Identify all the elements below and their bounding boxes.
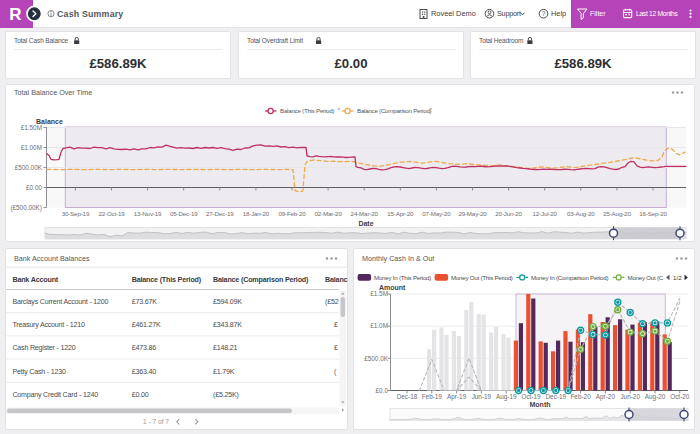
svg-text:(£52: (£52: [325, 298, 339, 306]
svg-text:£148.21: £148.21: [213, 344, 237, 352]
svg-text:22-Oct-19: 22-Oct-19: [98, 210, 125, 217]
svg-text:Oct-19: Oct-19: [521, 393, 541, 400]
svg-text:Balance (Comparison Period): Balance (Comparison Period): [357, 107, 432, 114]
svg-text:1/2: 1/2: [673, 274, 682, 281]
svg-text:Balance (Comparison Period): Balance (Comparison Period): [213, 275, 309, 284]
svg-text:Oct-20: Oct-20: [670, 393, 690, 400]
svg-text:£343.87K: £343.87K: [213, 321, 242, 329]
svg-text:£73.67K: £73.67K: [132, 298, 157, 306]
svg-text:Apr-20: Apr-20: [596, 393, 616, 401]
svg-text:Aug-19: Aug-19: [496, 393, 517, 401]
svg-text:Money Out (C: Money Out (C: [628, 274, 664, 281]
svg-text:Total Cash Balance: Total Cash Balance: [14, 37, 69, 44]
svg-text:15-Apr-20: 15-Apr-20: [387, 210, 414, 217]
svg-text:Roveel Demo: Roveel Demo: [431, 9, 476, 18]
svg-text:£1.79K: £1.79K: [213, 368, 235, 376]
svg-text:Bank Account: Bank Account: [12, 275, 58, 284]
svg-text:09-Feb-20: 09-Feb-20: [278, 210, 306, 217]
svg-text:£461.27K: £461.27K: [132, 321, 161, 329]
svg-text:Total Overdraft Limit: Total Overdraft Limit: [247, 37, 303, 44]
svg-text:Date: Date: [358, 220, 373, 227]
svg-text:16-Sep-20: 16-Sep-20: [639, 210, 667, 217]
svg-text:Balance (This Period): Balance (This Period): [132, 275, 202, 284]
svg-text:£0.00: £0.00: [334, 56, 367, 71]
svg-text:R: R: [9, 5, 21, 24]
svg-text:02-Mar-20: 02-Mar-20: [314, 210, 342, 217]
svg-text:Amount: Amount: [379, 284, 406, 291]
svg-text:25-Aug-20: 25-Aug-20: [603, 210, 631, 217]
svg-text:Monthly Cash In & Out: Monthly Cash In & Out: [362, 254, 434, 263]
svg-text:Total Balance Over Time: Total Balance Over Time: [14, 88, 92, 97]
svg-text:£1.5M: £1.5M: [370, 290, 388, 297]
svg-text:£473.86: £473.86: [132, 344, 156, 352]
svg-text:Feb-20: Feb-20: [570, 393, 591, 400]
svg-text:Balance: Balance: [36, 118, 63, 125]
svg-text:05-Dec-19: 05-Dec-19: [170, 210, 198, 217]
svg-text:Feb-19: Feb-19: [422, 393, 443, 400]
svg-text:Last 12 Months: Last 12 Months: [636, 10, 679, 17]
svg-text:Filter: Filter: [590, 10, 606, 17]
svg-text:Money Out (This Period): Money Out (This Period): [451, 274, 513, 281]
svg-text:29-May-20: 29-May-20: [458, 210, 487, 217]
svg-text:Total Headroom: Total Headroom: [479, 37, 524, 44]
svg-text:£: £: [334, 344, 338, 352]
svg-text:(: (: [334, 368, 337, 376]
svg-text:Petty Cash - 1230: Petty Cash - 1230: [12, 368, 66, 376]
svg-text:30-Sep-19: 30-Sep-19: [62, 210, 90, 217]
svg-text:Barclays Current Account - 120: Barclays Current Account - 1200: [12, 298, 108, 306]
svg-text:(£500.00K): (£500.00K): [10, 204, 42, 212]
svg-text:Money In (Comparison Period): Money In (Comparison Period): [531, 274, 608, 281]
svg-text:£1.00M: £1.00M: [21, 144, 42, 151]
svg-text:£586.89K: £586.89K: [89, 56, 147, 71]
svg-text:£363.40: £363.40: [132, 368, 156, 376]
svg-text:Month: Month: [530, 401, 551, 408]
svg-text:■: ■: [338, 106, 341, 111]
svg-text:Aug-20: Aug-20: [645, 393, 666, 401]
svg-text:£0.00: £0.00: [132, 391, 149, 399]
svg-text:Balance (This Period): Balance (This Period): [280, 107, 334, 114]
svg-text:■: ■: [430, 106, 433, 111]
svg-text:Cash Summary: Cash Summary: [57, 9, 123, 19]
svg-text:27-Dec-19: 27-Dec-19: [206, 210, 234, 217]
svg-text:£500.0K: £500.0K: [364, 355, 389, 362]
svg-text:Jun-20: Jun-20: [620, 393, 640, 400]
svg-text:£594.09K: £594.09K: [213, 298, 242, 306]
svg-text:£500.00K: £500.00K: [15, 164, 43, 171]
svg-text:Dec-19: Dec-19: [545, 393, 566, 400]
svg-text:Dec-18: Dec-18: [397, 393, 418, 400]
svg-text:1 - 7 of 7: 1 - 7 of 7: [143, 418, 169, 425]
svg-text:Support: Support: [497, 9, 521, 18]
svg-text:£0.0: £0.0: [376, 387, 389, 394]
svg-text:Money In (This Period): Money In (This Period): [374, 274, 431, 281]
svg-text:07-May-20: 07-May-20: [422, 210, 451, 217]
svg-text:Balanc: Balanc: [325, 275, 348, 284]
svg-text:Bank Account Balances: Bank Account Balances: [14, 254, 90, 263]
svg-text:20-Jun-20: 20-Jun-20: [495, 210, 522, 217]
svg-text:13-Nov-19: 13-Nov-19: [134, 210, 162, 217]
svg-text:?: ?: [542, 10, 546, 17]
svg-text:£: £: [334, 321, 338, 329]
svg-text:£0.00: £0.00: [26, 184, 42, 191]
svg-text:Jun-19: Jun-19: [472, 393, 492, 400]
svg-text:Help: Help: [551, 9, 566, 18]
svg-text:12-Jul-20: 12-Jul-20: [532, 210, 557, 217]
svg-text:18-Jan-20: 18-Jan-20: [243, 210, 270, 217]
svg-text:£1.0M: £1.0M: [370, 322, 388, 329]
svg-text:Company Credit Card - 1240: Company Credit Card - 1240: [12, 391, 98, 399]
svg-text:(£5.25K): (£5.25K): [213, 391, 239, 399]
svg-text:£586.89K: £586.89K: [554, 56, 612, 71]
svg-text:Apr-19: Apr-19: [447, 393, 467, 401]
svg-text:24-Mar-20: 24-Mar-20: [351, 210, 379, 217]
svg-text:Cash Register - 1220: Cash Register - 1220: [12, 344, 75, 352]
svg-text:£1.50M: £1.50M: [21, 124, 42, 131]
svg-text:Treasury Account - 1210: Treasury Account - 1210: [12, 321, 85, 329]
svg-text:03-Aug-20: 03-Aug-20: [567, 210, 595, 217]
